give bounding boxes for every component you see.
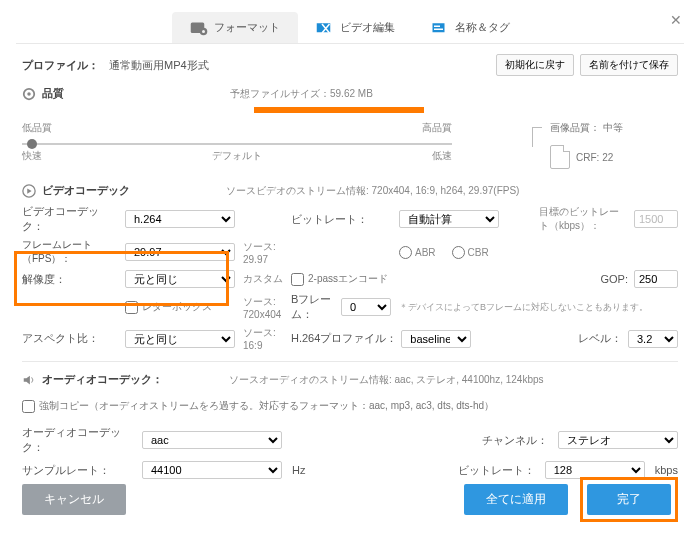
target-bitrate-label: 目標のビットレート（kbps）：	[539, 205, 624, 233]
format-icon	[190, 21, 208, 35]
ch-select[interactable]: ステレオ	[558, 431, 678, 449]
crf-value: 22	[602, 152, 613, 163]
hz: Hz	[292, 464, 305, 476]
tab-tag-label: 名称＆タグ	[455, 20, 510, 35]
tab-tag[interactable]: 名称＆タグ	[413, 12, 528, 43]
high-q: 高品質	[422, 121, 452, 135]
video-stream-info: ソースビデオのストリーム情報: 720x404, 16:9, h264, 29.…	[226, 184, 519, 198]
crf-label: CRF:	[576, 152, 599, 163]
target-bitrate-input[interactable]	[634, 210, 678, 228]
video-title: ビデオコーデック	[42, 183, 130, 198]
srate-label: サンプルレート：	[22, 463, 132, 478]
bracket-icon	[532, 127, 542, 147]
vbitrate-select[interactable]: 自動計算	[399, 210, 499, 228]
gear-icon	[22, 87, 36, 101]
svg-rect-4	[433, 23, 445, 32]
letterbox-checkbox[interactable]: レターボックス	[125, 300, 235, 314]
kbps: kbps	[655, 464, 678, 476]
default: デフォルト	[212, 149, 262, 163]
bframe-note: ＊デバイスによってBフレームに対応しないこともあります。	[399, 301, 678, 314]
vcodec-select[interactable]: h.264	[125, 210, 235, 228]
tab-edit-label: ビデオ編集	[340, 20, 395, 35]
acodec-label: オーディオコーデック：	[22, 425, 132, 455]
cbr-radio[interactable]: CBR	[452, 246, 489, 259]
audio-title: オーディオコーデック：	[42, 372, 163, 387]
tag-icon	[431, 21, 449, 35]
acodec-select[interactable]: aac	[142, 431, 282, 449]
bframe-select[interactable]: 0	[341, 298, 391, 316]
low-q: 低品質	[22, 121, 52, 135]
play-icon	[22, 184, 36, 198]
gop-label: GOP:	[600, 273, 628, 285]
tab-bar: フォーマット ビデオ編集 名称＆タグ ✕	[0, 0, 700, 43]
svg-point-2	[202, 30, 205, 33]
picq-value: 中等	[603, 122, 623, 133]
done-highlight: 完了	[580, 477, 678, 522]
h264profile-label: H.264プロファイル：	[291, 331, 397, 346]
svg-rect-5	[434, 25, 440, 27]
aspect-select[interactable]: 元と同じ	[125, 330, 235, 348]
highlight-bar	[254, 107, 424, 113]
vbitrate-label: ビットレート：	[291, 212, 391, 227]
tab-format-label: フォーマット	[214, 20, 280, 35]
gop-input[interactable]	[634, 270, 678, 288]
res-label: 解像度：	[22, 272, 117, 287]
twopass-checkbox[interactable]: 2-passエンコード	[291, 272, 391, 286]
audio-stream-info: ソースオーディオのストリーム情報: aac, ステレオ, 44100hz, 12…	[229, 373, 544, 387]
est-value: 59.62 MB	[330, 88, 373, 99]
force-copy-checkbox[interactable]: 強制コピー（オーディオストリームをろ過する。対応するフォーマット：aac, mp…	[22, 399, 494, 413]
quality-title: 品質	[42, 86, 64, 101]
saveas-button[interactable]: 名前を付けて保存	[580, 54, 678, 76]
tab-edit[interactable]: ビデオ編集	[298, 12, 413, 43]
profile-value: 通常動画用MP4形式	[109, 58, 209, 73]
bframe-label: Bフレーム：	[291, 292, 337, 322]
aspect-label: アスペクト比：	[22, 331, 117, 346]
close-icon[interactable]: ✕	[670, 12, 682, 28]
level-label: レベル：	[578, 331, 622, 346]
done-button[interactable]: 完了	[587, 484, 671, 515]
speaker-icon	[22, 373, 36, 387]
quality-slider[interactable]	[22, 143, 492, 145]
svg-rect-6	[434, 28, 443, 30]
document-icon	[550, 145, 570, 169]
cancel-button[interactable]: キャンセル	[22, 484, 126, 515]
fps-select[interactable]: 29.97	[125, 243, 235, 261]
ch-label: チャンネル：	[482, 433, 548, 448]
vcodec-label: ビデオコーデック：	[22, 204, 117, 234]
tab-format[interactable]: フォーマット	[172, 12, 298, 43]
picq-label: 画像品質：	[550, 122, 600, 133]
svg-point-8	[27, 92, 31, 96]
abr-radio[interactable]: ABR	[399, 246, 436, 259]
res-note: カスタム	[243, 272, 283, 286]
abitrate-label: ビットレート：	[458, 463, 535, 478]
profile-label: プロファイル：	[22, 58, 99, 73]
slow: 低速	[432, 149, 452, 163]
res-select[interactable]: 元と同じ	[125, 270, 235, 288]
scissors-icon	[316, 21, 334, 35]
reset-button[interactable]: 初期化に戻す	[496, 54, 574, 76]
fast: 快速	[22, 149, 42, 163]
est-label: 予想ファイルサイズ：	[230, 88, 330, 99]
fps-label: フレームレート（FPS）：	[22, 238, 117, 266]
apply-all-button[interactable]: 全てに適用	[464, 484, 568, 515]
level-select[interactable]: 3.2	[628, 330, 678, 348]
